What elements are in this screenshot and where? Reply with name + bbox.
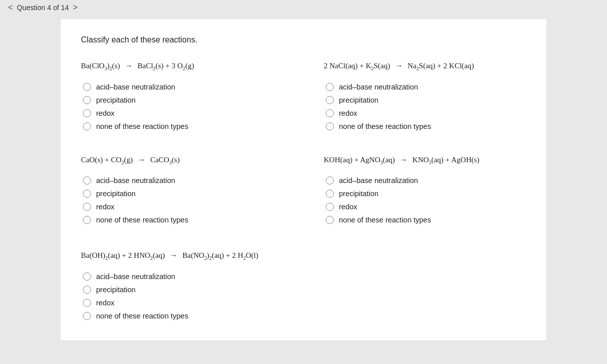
- reaction-4-option-none[interactable]: none of these reaction types: [326, 216, 526, 224]
- reaction-3-option-acid-base-label: acid–base neutralization: [96, 176, 175, 185]
- navigation-bar: < Question 4 of 14 >: [0, 0, 607, 15]
- reaction-4-option-precipitation-label: precipitation: [339, 190, 378, 198]
- top-reactions-row: Ba(ClO3)2(s) → BaCl2(s) + 3 O2(g) acid–b…: [81, 60, 526, 149]
- reaction-3-option-redox[interactable]: redox: [83, 203, 283, 211]
- reaction-1-equation: Ba(ClO3)2(s) → BaCl2(s) + 3 O2(g): [81, 60, 283, 73]
- reaction-1-option-redox-label: redox: [96, 109, 114, 117]
- radio-2-precipitation[interactable]: [326, 96, 334, 104]
- reaction-5-option-redox-label: redox: [96, 299, 114, 307]
- radio-3-precipitation[interactable]: [83, 190, 91, 198]
- reaction-5-option-acid-base-label: acid–base neutralization: [96, 272, 175, 281]
- reaction-2-option-redox-label: redox: [339, 109, 357, 117]
- radio-3-acid-base[interactable]: [83, 176, 91, 185]
- radio-5-redox[interactable]: [83, 299, 91, 307]
- radio-2-redox[interactable]: [326, 109, 334, 117]
- reaction-2-options: acid–base neutralization precipitation r…: [324, 83, 526, 130]
- radio-2-none[interactable]: [326, 122, 334, 130]
- prev-arrow[interactable]: <: [8, 3, 13, 12]
- reaction-5-option-precipitation[interactable]: precipitation: [83, 286, 526, 294]
- next-arrow[interactable]: >: [73, 3, 77, 12]
- card-instruction: Classify each of these reactions.: [81, 35, 526, 44]
- radio-5-none[interactable]: [83, 312, 91, 320]
- reaction-3-option-precipitation[interactable]: precipitation: [83, 190, 283, 198]
- reaction-4-option-precipitation[interactable]: precipitation: [326, 190, 526, 198]
- reaction-4-option-redox-label: redox: [339, 203, 357, 211]
- reaction-5-equation: Ba(OH)2(aq) + 2 HNO2(aq) → Ba(NO2)2(aq) …: [81, 249, 526, 262]
- reaction-1-section: Ba(ClO3)2(s) → BaCl2(s) + 3 O2(g) acid–b…: [81, 60, 304, 149]
- radio-5-precipitation[interactable]: [83, 286, 91, 294]
- reaction-5-option-acid-base[interactable]: acid–base neutralization: [83, 272, 526, 281]
- radio-3-redox[interactable]: [83, 203, 91, 211]
- reaction-1-option-none-label: none of these reaction types: [96, 122, 188, 130]
- reaction-4-equation: KOH(aq) + AgNO3(aq) → KNO3(aq) + AgOH(s): [324, 154, 526, 167]
- radio-4-acid-base[interactable]: [326, 176, 334, 185]
- reaction-2-equation: 2 NaCl(aq) + K2S(aq) → Na2S(aq) + 2 KCl(…: [324, 60, 526, 73]
- middle-reactions-row: CaO(s) + CO2(g) → CaCO3(s) acid–base neu…: [81, 154, 526, 243]
- reaction-1-option-precipitation-label: precipitation: [96, 96, 136, 104]
- reaction-1-option-acid-base[interactable]: acid–base neutralization: [83, 83, 283, 91]
- reaction-3-option-precipitation-label: precipitation: [96, 190, 136, 198]
- reaction-1-options: acid–base neutralization precipitation r…: [81, 83, 283, 130]
- reaction-3-option-none-label: none of these reaction types: [96, 216, 188, 224]
- radio-1-precipitation[interactable]: [83, 96, 91, 104]
- radio-4-none[interactable]: [326, 216, 334, 224]
- reaction-5-section: Ba(OH)2(aq) + 2 HNO2(aq) → Ba(NO2)2(aq) …: [81, 247, 526, 320]
- reaction-4-option-acid-base[interactable]: acid–base neutralization: [326, 176, 526, 185]
- radio-4-redox[interactable]: [326, 203, 334, 211]
- reaction-2-option-acid-base[interactable]: acid–base neutralization: [326, 83, 526, 91]
- radio-1-redox[interactable]: [83, 109, 91, 117]
- reaction-1-option-acid-base-label: acid–base neutralization: [96, 83, 175, 91]
- reaction-3-option-none[interactable]: none of these reaction types: [83, 216, 283, 224]
- reaction-2-option-precipitation[interactable]: precipitation: [326, 96, 526, 104]
- question-card: Classify each of these reactions. Ba(ClO…: [61, 19, 546, 340]
- reaction-2-option-none-label: none of these reaction types: [339, 122, 431, 130]
- reaction-3-option-redox-label: redox: [96, 203, 114, 211]
- reaction-4-options: acid–base neutralization precipitation r…: [324, 176, 526, 224]
- radio-5-acid-base[interactable]: [83, 272, 91, 281]
- reaction-5-option-none-label: none of these reaction types: [96, 312, 188, 320]
- reaction-1-option-redox[interactable]: redox: [83, 109, 283, 117]
- reaction-1-option-none[interactable]: none of these reaction types: [83, 122, 283, 130]
- reaction-4-option-acid-base-label: acid–base neutralization: [339, 176, 418, 185]
- radio-3-none[interactable]: [83, 216, 91, 224]
- reaction-4-option-redox[interactable]: redox: [326, 203, 526, 211]
- reaction-3-options: acid–base neutralization precipitation r…: [81, 176, 283, 224]
- reaction-2-option-redox[interactable]: redox: [326, 109, 526, 117]
- question-counter: Question 4 of 14: [17, 4, 69, 12]
- reaction-5-option-none[interactable]: none of these reaction types: [83, 312, 526, 320]
- radio-1-none[interactable]: [83, 122, 91, 130]
- radio-4-precipitation[interactable]: [326, 190, 334, 198]
- reaction-4-section: KOH(aq) + AgNO3(aq) → KNO3(aq) + AgOH(s)…: [304, 154, 526, 243]
- reaction-3-equation: CaO(s) + CO2(g) → CaCO3(s): [81, 154, 283, 167]
- reaction-2-section: 2 NaCl(aq) + K2S(aq) → Na2S(aq) + 2 KCl(…: [304, 60, 526, 149]
- reaction-1-option-precipitation[interactable]: precipitation: [83, 96, 283, 104]
- reaction-5-option-precipitation-label: precipitation: [96, 286, 136, 294]
- reaction-2-option-none[interactable]: none of these reaction types: [326, 122, 526, 130]
- reaction-2-option-acid-base-label: acid–base neutralization: [339, 83, 418, 91]
- reaction-5-options: acid–base neutralization precipitation r…: [81, 272, 526, 320]
- radio-2-acid-base[interactable]: [326, 83, 334, 91]
- reaction-5-option-redox[interactable]: redox: [83, 299, 526, 307]
- reaction-2-option-precipitation-label: precipitation: [339, 96, 378, 104]
- reaction-3-section: CaO(s) + CO2(g) → CaCO3(s) acid–base neu…: [81, 154, 304, 243]
- reaction-4-option-none-label: none of these reaction types: [339, 216, 431, 224]
- reaction-3-option-acid-base[interactable]: acid–base neutralization: [83, 176, 283, 185]
- radio-1-acid-base[interactable]: [83, 83, 91, 91]
